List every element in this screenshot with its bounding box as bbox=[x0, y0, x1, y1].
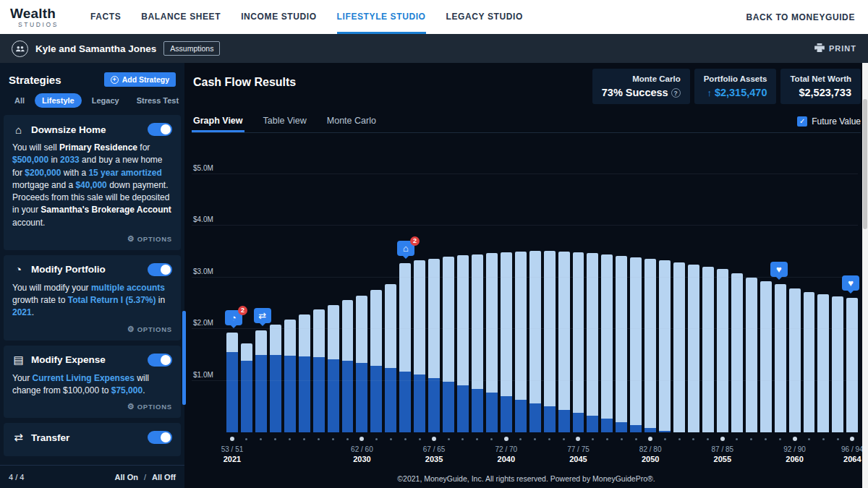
options-button[interactable]: ⚙OPTIONS bbox=[12, 402, 172, 411]
bar-segment-light bbox=[328, 305, 339, 359]
all-off-button[interactable]: All Off bbox=[152, 473, 176, 481]
future-value-toggle[interactable]: ✓ Future Value bbox=[797, 116, 861, 132]
toggle-modify-portfolio[interactable] bbox=[148, 263, 172, 276]
stat-value-text: $2,523,733 bbox=[799, 87, 851, 98]
bar-2050 bbox=[644, 259, 656, 432]
chart-marker-transfer-icon[interactable]: ⇄ bbox=[254, 308, 271, 323]
x-tick-2042 bbox=[529, 436, 541, 469]
filter-tab-all[interactable]: All bbox=[7, 93, 32, 108]
options-button[interactable]: ⚙OPTIONS bbox=[12, 234, 172, 244]
view-tab-graph-view[interactable]: Graph View bbox=[192, 110, 244, 132]
nav-item-legacy-studio[interactable]: LEGACY STUDIO bbox=[446, 0, 523, 34]
assumptions-button[interactable]: Assumptions bbox=[163, 41, 220, 56]
page-scrollbar-thumb[interactable] bbox=[863, 99, 867, 229]
view-tab-table-view[interactable]: Table View bbox=[262, 110, 308, 132]
x-tick-dot bbox=[359, 437, 364, 441]
bar-2025 bbox=[284, 320, 296, 432]
bar-2059 bbox=[775, 284, 786, 432]
checkbox-checked-icon[interactable]: ✓ bbox=[797, 116, 807, 127]
add-strategy-label: Add Strategy bbox=[122, 75, 169, 84]
bar-segment-light bbox=[804, 292, 815, 432]
nav-item-facts[interactable]: FACTS bbox=[90, 0, 121, 34]
strategies-sidebar: Strategies + Add Strategy AllLifestyleLe… bbox=[0, 63, 184, 488]
bar-2044 bbox=[558, 252, 570, 432]
bar-segment-dark bbox=[356, 363, 367, 432]
nav-item-balance-sheet[interactable]: BALANCE SHEET bbox=[141, 0, 221, 34]
strategy-link[interactable]: 2033 bbox=[60, 155, 80, 165]
top-navigation: Wealth STUDIOS FACTSBALANCE SHEETINCOME … bbox=[0, 0, 868, 34]
bar-2035 bbox=[428, 259, 440, 432]
bar-2024 bbox=[270, 325, 281, 432]
x-tick-dot bbox=[850, 437, 854, 441]
bar-segment-dark bbox=[457, 385, 469, 432]
toggle-transfer[interactable] bbox=[148, 431, 172, 444]
x-tick-2051 bbox=[659, 436, 671, 469]
x-tick-2022 bbox=[241, 436, 252, 469]
x-tick-dot bbox=[635, 438, 637, 440]
bar-2047 bbox=[601, 254, 613, 432]
toggle-modify-expense[interactable] bbox=[148, 354, 172, 367]
strategy-link[interactable]: Current Living Expenses bbox=[33, 373, 135, 383]
bar-2021 bbox=[226, 333, 238, 432]
bar-segment-dark bbox=[313, 357, 325, 432]
strategy-link[interactable]: 15 year amortized bbox=[88, 168, 161, 178]
back-to-moneyguide-link[interactable]: BACK TO MONEYGUIDE bbox=[746, 12, 855, 22]
bar-segment-dark bbox=[299, 356, 310, 432]
strategy-link[interactable]: $75,000 bbox=[111, 385, 142, 395]
bar-segment-dark bbox=[501, 396, 512, 432]
nav-item-income-studio[interactable]: INCOME STUDIO bbox=[241, 0, 316, 34]
x-axis-label: 87 / 852055 bbox=[712, 445, 734, 463]
chart-marker-home-icon[interactable]: ⌂2 bbox=[397, 241, 414, 256]
x-tick-dot bbox=[648, 437, 652, 441]
nav-item-lifestyle-studio[interactable]: LIFESTYLE STUDIO bbox=[337, 0, 426, 34]
x-tick-dot bbox=[678, 438, 681, 440]
page-scrollbar[interactable] bbox=[862, 63, 868, 488]
strategy-link[interactable]: $40,000 bbox=[75, 180, 106, 190]
x-tick-dot bbox=[576, 437, 580, 441]
x-tick-2035: 67 / 652035 bbox=[428, 436, 440, 469]
bar-segment-dark bbox=[544, 406, 556, 432]
x-tick-dot bbox=[822, 438, 825, 440]
bar-segment-light bbox=[673, 262, 685, 432]
year-label: 2060 bbox=[783, 455, 806, 463]
chart-marker-heart-icon[interactable]: ♥ bbox=[770, 262, 788, 277]
bar-2062 bbox=[817, 294, 829, 432]
x-tick-dot bbox=[519, 438, 522, 440]
ages-label: 82 / 80 bbox=[639, 445, 662, 453]
bar-2053 bbox=[688, 265, 699, 432]
all-on-button[interactable]: All On bbox=[115, 473, 138, 481]
bar-segment-light bbox=[659, 260, 671, 431]
main-content: Cash Flow Results Monte Carlo73% Success… bbox=[184, 63, 868, 488]
x-tick-2062 bbox=[817, 436, 829, 469]
print-button[interactable]: PRINT bbox=[814, 43, 856, 53]
x-tick-dot bbox=[592, 438, 594, 440]
options-button[interactable]: ⚙OPTIONS bbox=[12, 325, 172, 334]
strategy-description: You will sell Primary Residence for $500… bbox=[12, 142, 172, 229]
stat-value: $2,523,733 bbox=[790, 87, 851, 98]
filter-tab-legacy[interactable]: Legacy bbox=[85, 93, 127, 108]
up-arrow-icon: ↑ bbox=[707, 87, 712, 98]
filter-tab-stress-test[interactable]: Stress Test bbox=[129, 93, 184, 108]
description-text: Your bbox=[12, 373, 33, 383]
chart-marker-portfolio-icon[interactable]: ◔2 bbox=[225, 310, 242, 325]
strategy-link[interactable]: 2021 bbox=[12, 307, 32, 317]
toggle-downsize-home[interactable] bbox=[148, 123, 172, 136]
help-icon[interactable]: ? bbox=[671, 88, 681, 98]
x-tick-dot bbox=[245, 438, 247, 440]
strategy-link[interactable]: Total Return I (5.37%) bbox=[68, 295, 156, 305]
view-tab-monte-carlo[interactable]: Monte Carlo bbox=[326, 110, 378, 132]
strategy-card-transfer: ⇄Transfer bbox=[4, 423, 181, 456]
strategy-title: Transfer bbox=[31, 432, 141, 443]
strategy-link[interactable]: multiple accounts bbox=[91, 283, 165, 293]
wealth-studios-logo: Wealth STUDIOS bbox=[10, 7, 59, 28]
strategy-card-modify-portfolio: ◔Modify PortfolioYou will modify your mu… bbox=[4, 255, 181, 341]
topnav-items: FACTSBALANCE SHEETINCOME STUDIOLIFESTYLE… bbox=[80, 0, 533, 34]
chart-marker-heart-icon[interactable]: ♥ bbox=[842, 275, 859, 291]
add-strategy-button[interactable]: + Add Strategy bbox=[104, 72, 176, 87]
strategy-link[interactable]: $200,000 bbox=[25, 168, 61, 178]
filter-tab-lifestyle[interactable]: Lifestyle bbox=[35, 93, 82, 108]
strategy-link[interactable]: $500,000 bbox=[12, 155, 48, 165]
x-tick-dot bbox=[375, 438, 378, 440]
description-text: with a bbox=[61, 168, 88, 178]
sidebar-scrollbar-thumb[interactable] bbox=[182, 311, 186, 405]
